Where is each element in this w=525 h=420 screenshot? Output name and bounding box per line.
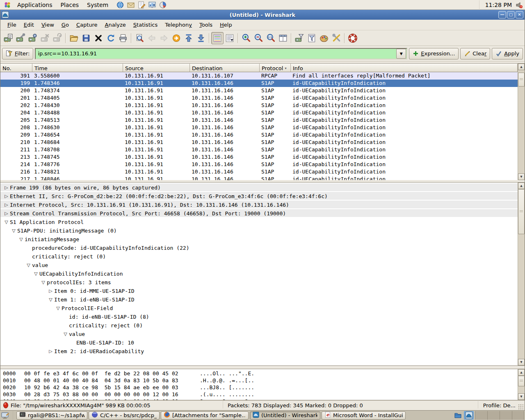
web-browser-icon[interactable] xyxy=(116,0,125,9)
detail-tree-row[interactable]: criticality: reject (0) xyxy=(0,321,518,330)
panel-clock[interactable]: 11:28 PM xyxy=(482,2,515,8)
hex-row[interactable]: 0020 10 92 b6 42 4a 38 ce 98 5b 15 84 ae… xyxy=(3,384,518,391)
scroll-down-icon[interactable]: ▼ xyxy=(518,173,525,180)
hex-row[interactable]: 0000 00 0f fe e3 4f 6c 00 0f fe d2 be 22… xyxy=(3,370,518,377)
go-to-top-button[interactable] xyxy=(183,32,195,44)
menubar-item[interactable]: Go xyxy=(58,21,73,29)
detail-tree-row[interactable]: ▷ Ethernet II, Src: G-ProCom_d2:be:22 (0… xyxy=(0,192,518,201)
tray-folder-icon[interactable] xyxy=(453,411,463,420)
col-time[interactable]: Time xyxy=(32,64,123,72)
packet-row[interactable]: 2141.74877610.131.16.91 10.131.16.146S1A… xyxy=(0,161,518,168)
taskbar-firefox-button[interactable]: [Attachments for "Sample... xyxy=(161,411,249,420)
print-button[interactable] xyxy=(117,32,129,44)
tree-expander-icon[interactable]: ▽ xyxy=(47,295,54,304)
taskbar-eclipse-button[interactable]: C/C++ - bs/src/pdcp_sim/p... xyxy=(89,411,160,420)
expression-button[interactable]: Expression... xyxy=(409,48,459,59)
packet-row[interactable]: 2091.74865410.131.16.91 10.131.16.146S1A… xyxy=(0,131,518,139)
presentation-icon[interactable] xyxy=(148,0,157,9)
packet-row[interactable]: 2131.74874510.131.16.91 10.131.16.146S1A… xyxy=(0,153,518,161)
resize-columns-button[interactable] xyxy=(277,32,289,44)
detail-tree-row[interactable]: procedureCode: id-UECapabilityInfoIndica… xyxy=(0,244,518,252)
menubar-item[interactable]: Telephony xyxy=(161,21,196,29)
detail-tree-row[interactable]: ▷ Internet Protocol, Src: 10.131.16.91 (… xyxy=(0,201,518,209)
detail-tree-row[interactable]: ▷ Item 2: id-UERadioCapability xyxy=(0,347,518,356)
zoom-in-button[interactable] xyxy=(240,32,252,44)
pane-splitter[interactable] xyxy=(0,366,525,369)
detail-tree-row[interactable]: ▷ Stream Control Transmission Protocol, … xyxy=(0,209,518,218)
tree-expander-icon[interactable]: ▷ xyxy=(3,192,10,201)
taskbar-wireshark-button[interactable]: (Untitled) - Wireshark xyxy=(250,411,320,420)
workspace-2[interactable] xyxy=(487,411,500,420)
packet-row[interactable]: 2021.74843010.131.16.91 10.131.16.146S1A… xyxy=(0,102,518,109)
packet-row[interactable]: 2041.74848810.131.16.91 10.131.16.146S1A… xyxy=(0,109,518,116)
save-file-button[interactable] xyxy=(80,32,92,44)
coloring-rules-button[interactable] xyxy=(318,32,330,44)
go-to-packet-button[interactable] xyxy=(170,32,183,44)
filter-button[interactable]: Filter: xyxy=(2,48,33,59)
taskbar-terminal-button[interactable]: rgali@PBS1:~/s1apfw/asn1... xyxy=(16,411,87,420)
tree-expander-icon[interactable]: ▷ xyxy=(3,183,10,192)
expert-info-icon[interactable] xyxy=(3,402,9,409)
tree-expander-icon[interactable]: ▷ xyxy=(3,201,10,209)
detail-tree-row[interactable]: ▽ Item 1: id-eNB-UE-S1AP-ID xyxy=(0,295,518,304)
go-to-bottom-button[interactable] xyxy=(195,32,207,44)
menubar-item[interactable]: File xyxy=(4,21,20,29)
zoom-out-button[interactable] xyxy=(252,32,265,44)
packet-row[interactable]: 2011.74840510.131.16.91 10.131.16.146S1A… xyxy=(0,94,518,102)
volume-muted-icon[interactable] xyxy=(515,1,523,9)
close-capture-button[interactable] xyxy=(92,32,105,44)
auto-scroll-button[interactable] xyxy=(224,32,236,44)
show-desktop-icon[interactable] xyxy=(1,411,9,420)
details-scrollbar[interactable]: ▲ ▼ xyxy=(518,183,525,365)
capture-options-button[interactable] xyxy=(14,32,27,44)
tree-expander-icon[interactable]: ▽ xyxy=(3,218,10,226)
packet-row[interactable]: 3913.55860010.131.16.91 10.131.16.107RPC… xyxy=(0,72,518,80)
menubar-item[interactable]: Edit xyxy=(20,21,38,29)
scroll-thumb[interactable] xyxy=(518,189,525,234)
packet-row[interactable]: 2051.74851310.131.16.91 10.131.16.146S1A… xyxy=(0,116,518,124)
detail-tree-row[interactable]: ▽ S1 Application Protocol xyxy=(0,218,518,226)
close-button[interactable]: ✕ xyxy=(516,11,523,18)
menubar-item[interactable]: Analyze xyxy=(101,21,130,29)
packet-row[interactable]: 2001.74837410.131.16.91 10.131.16.146S1A… xyxy=(0,87,518,94)
col-protocol[interactable]: Protocol▾ xyxy=(260,64,291,72)
col-source[interactable]: Source xyxy=(123,64,190,72)
open-file-button[interactable] xyxy=(68,32,80,44)
reload-button[interactable] xyxy=(105,32,117,44)
menu-system[interactable]: System xyxy=(83,1,112,9)
col-destination[interactable]: Destination xyxy=(190,64,260,72)
workspace-1[interactable] xyxy=(475,411,487,420)
detail-tree-row[interactable]: ENB-UE-S1AP-ID: 10 xyxy=(0,338,518,347)
scroll-up-icon[interactable]: ▲ xyxy=(518,64,525,70)
title-bar[interactable]: (Untitled) - Wireshark — ▢ ✕ xyxy=(0,10,525,20)
email-icon[interactable] xyxy=(126,0,135,9)
packet-row[interactable]: 2171.74884610.131.16.91 10.131.16.146S1A… xyxy=(0,176,518,180)
detail-tree-row[interactable]: id: id-eNB-UE-S1AP-ID (8) xyxy=(0,313,518,321)
detail-tree-row[interactable]: ▽ value xyxy=(0,261,518,269)
packet-row[interactable]: 2161.74882110.131.16.91 10.131.16.146S1A… xyxy=(0,168,518,176)
workspace-4[interactable] xyxy=(512,411,524,420)
hex-row[interactable]: 0010 00 48 00 01 40 00 40 84 04 3d 0a 83… xyxy=(3,377,518,384)
hex-row[interactable]: 0040 40 12 00 00 03 00 00 40 02 00 0a 00… xyxy=(3,398,518,400)
distro-logo-icon[interactable] xyxy=(3,1,11,9)
detail-tree-row[interactable]: ▽ initiatingMessage xyxy=(0,235,518,244)
resize-grip[interactable] xyxy=(518,404,524,410)
tree-expander-icon[interactable]: ▽ xyxy=(55,304,62,313)
apply-button[interactable]: Apply xyxy=(492,48,523,59)
menubar-item[interactable]: View xyxy=(38,21,58,29)
find-packet-button[interactable] xyxy=(133,32,146,44)
scroll-thumb[interactable] xyxy=(518,376,525,386)
col-no[interactable]: No. xyxy=(0,64,32,72)
menu-applications[interactable]: Applications xyxy=(13,1,57,9)
packet-row[interactable]: 2081.74863010.131.16.91 10.131.16.146S1A… xyxy=(0,124,518,131)
hex-row[interactable]: 0030 00 28 d3 75 03 88 00 00 00 00 00 00… xyxy=(3,391,518,398)
scroll-up-icon[interactable]: ▲ xyxy=(518,183,525,189)
detail-tree-row[interactable]: ▽ UECapabilityInfoIndication xyxy=(0,269,518,278)
tree-expander-icon[interactable]: ▽ xyxy=(10,226,17,235)
hex-scrollbar[interactable]: ▲ ▼ xyxy=(518,369,525,400)
maximize-button[interactable]: ▢ xyxy=(507,11,515,18)
packet-row[interactable]: 2101.74868410.131.16.91 10.131.16.146S1A… xyxy=(0,139,518,146)
capture-start-button[interactable] xyxy=(27,32,39,44)
clear-button[interactable]: Clear xyxy=(460,48,490,59)
packet-row[interactable]: 2111.74870810.131.16.91 10.131.16.146S1A… xyxy=(0,146,518,153)
